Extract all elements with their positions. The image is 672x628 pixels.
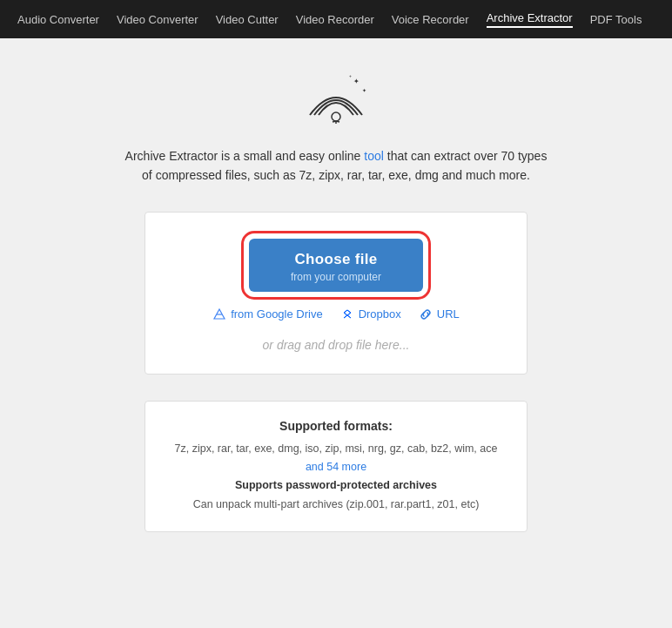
svg-marker-10 bbox=[344, 310, 351, 315]
url-icon bbox=[419, 307, 433, 321]
main-content: ✦ ✦ + Archive Extractor is a small and e… bbox=[0, 38, 672, 550]
dropbox-link[interactable]: Dropbox bbox=[340, 307, 401, 321]
formats-list: 7z, zipx, rar, tar, exe, dmg, iso, zip, … bbox=[171, 440, 501, 514]
formats-text: 7z, zipx, rar, tar, exe, dmg, iso, zip, … bbox=[175, 442, 498, 455]
source-links: from Google Drive Dropbox URL bbox=[212, 307, 460, 321]
svg-point-3 bbox=[332, 112, 340, 121]
nav-video-recorder[interactable]: Video Recorder bbox=[296, 13, 374, 26]
dropbox-icon bbox=[340, 307, 354, 321]
navbar: Audio Converter Video Converter Video Cu… bbox=[0, 0, 672, 38]
drag-drop-hint: or drag and drop file here... bbox=[263, 338, 410, 352]
multipart-support-text: Can unpack multi-part archives (zip.001,… bbox=[193, 498, 480, 510]
url-label: URL bbox=[437, 307, 460, 321]
app-description: Archive Extractor is a small and easy on… bbox=[118, 146, 554, 186]
svg-line-5 bbox=[333, 121, 336, 122]
svg-text:✦: ✦ bbox=[353, 78, 360, 85]
formats-title: Supported formats: bbox=[171, 419, 501, 433]
nav-audio-converter[interactable]: Audio Converter bbox=[17, 13, 99, 26]
svg-line-6 bbox=[336, 121, 339, 122]
dropbox-label: Dropbox bbox=[359, 307, 401, 321]
google-drive-link[interactable]: from Google Drive bbox=[212, 307, 322, 321]
url-link[interactable]: URL bbox=[419, 307, 460, 321]
svg-text:+: + bbox=[349, 73, 352, 78]
svg-text:✦: ✦ bbox=[362, 88, 366, 93]
choose-file-button[interactable]: Choose file from your computer bbox=[249, 239, 423, 292]
google-drive-icon bbox=[212, 307, 226, 321]
more-formats-link[interactable]: and 54 more bbox=[306, 461, 366, 473]
nav-video-converter[interactable]: Video Converter bbox=[117, 13, 198, 26]
choose-file-label: Choose file bbox=[295, 251, 378, 268]
google-drive-label: from Google Drive bbox=[231, 307, 322, 321]
nav-video-cutter[interactable]: Video Cutter bbox=[216, 13, 279, 26]
password-support-text: Supports password-protected archives bbox=[235, 479, 437, 491]
choose-file-sublabel: from your computer bbox=[291, 271, 381, 283]
hero-icon: ✦ ✦ + bbox=[301, 73, 371, 129]
nav-archive-extractor[interactable]: Archive Extractor bbox=[487, 11, 573, 28]
upload-box: Choose file from your computer from Goog… bbox=[144, 212, 528, 375]
nav-pdf-tools[interactable]: PDF Tools bbox=[590, 13, 642, 26]
tool-link[interactable]: tool bbox=[364, 149, 384, 163]
nav-voice-recorder[interactable]: Voice Recorder bbox=[392, 13, 469, 26]
formats-box: Supported formats: 7z, zipx, rar, tar, e… bbox=[144, 401, 528, 532]
